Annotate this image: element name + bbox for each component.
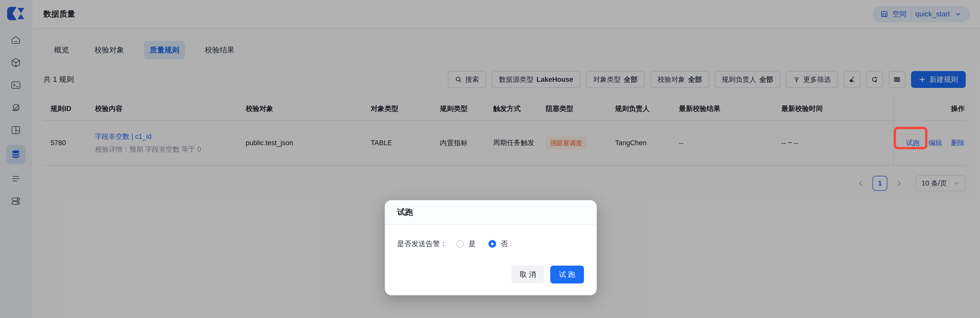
modal-footer: 取 消 试 跑 xyxy=(385,265,597,295)
cancel-button[interactable]: 取 消 xyxy=(511,265,544,283)
radio-no[interactable]: 否 xyxy=(488,239,508,249)
test-run-confirm-button[interactable]: 试 跑 xyxy=(550,265,584,283)
radio-yes-circle[interactable] xyxy=(456,240,464,248)
radio-yes-label: 是 xyxy=(469,239,476,249)
test-run-modal: 试跑 是否发送告警： 是 否 取 消 试 跑 xyxy=(385,200,597,295)
send-alert-label: 是否发送告警： xyxy=(397,239,447,249)
radio-no-circle[interactable] xyxy=(488,240,496,248)
radio-yes[interactable]: 是 xyxy=(456,239,476,249)
modal-title: 试跑 xyxy=(397,207,413,217)
send-alert-radio-group: 是 否 xyxy=(456,239,508,249)
radio-no-label: 否 xyxy=(501,239,508,249)
modal-header: 试跑 xyxy=(385,200,597,225)
modal-body: 是否发送告警： 是 否 xyxy=(385,225,597,249)
